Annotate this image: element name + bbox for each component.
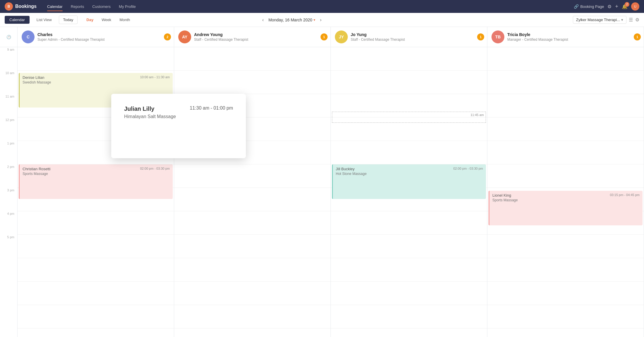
- cal-col-1[interactable]: [174, 47, 331, 337]
- avatar-tricia: TB: [491, 30, 504, 43]
- app-name: Bookings: [15, 4, 37, 9]
- staff-info-jo: Jo Yung Staff - Certified Massage Therap…: [351, 32, 483, 42]
- appt-service-jill: Hot Stone Massage: [336, 172, 483, 176]
- time-9am: 9 am: [0, 47, 17, 71]
- cal-col-3[interactable]: Lionel King Sports Massage 03:15 pm - 04…: [487, 47, 644, 337]
- staff-name-andrew: Andrew Young: [194, 32, 326, 37]
- time-4pm: 4 pm: [0, 211, 17, 235]
- app-logo[interactable]: B Bookings: [5, 2, 37, 11]
- appt-time-lionel: 03:15 pm - 04:45 pm: [610, 193, 640, 197]
- user-avatar[interactable]: U: [631, 2, 639, 11]
- dotted-box-time: 11:45 am: [470, 113, 484, 117]
- calendar-columns: Denise Lilian Swedish Massage 10:00 am -…: [18, 47, 644, 337]
- appt-service-denise: Swedish Massage: [23, 80, 170, 84]
- staff-col-andrew: AY Andrew Young Staff - Certified Massag…: [174, 27, 331, 47]
- tab-calendar[interactable]: Calendar: [5, 16, 30, 24]
- settings-icon-secondary[interactable]: ⚙: [635, 17, 639, 23]
- time-12pm: 12 pm: [0, 118, 17, 141]
- cal-col-0[interactable]: Denise Lilian Swedish Massage 10:00 am -…: [18, 47, 174, 337]
- view-toggle-icon[interactable]: ☰: [629, 17, 633, 23]
- current-date[interactable]: Monday, 16 March 2020 ▾: [268, 18, 315, 22]
- appt-service-lionel: Sports Massage: [492, 198, 640, 202]
- cal-col-2[interactable]: 11:45 am Jill Buckley Hot Stone Massage …: [331, 47, 487, 337]
- booking-page-btn[interactable]: 🔗 Booking Page: [574, 4, 604, 9]
- location-selector[interactable]: Zylker Massage Therapi... ▾: [573, 16, 626, 24]
- popup-service: Himalayan Salt Massage: [124, 114, 233, 119]
- staff-badge-tricia: 1: [634, 33, 641, 40]
- notification-bell[interactable]: 🔔 2: [622, 4, 628, 9]
- avatar-andrew: AY: [178, 30, 191, 43]
- nav-customers[interactable]: Customers: [89, 3, 114, 11]
- popup-time: 11:30 am - 01:00 pm: [190, 105, 233, 111]
- avatar-charles: C: [22, 30, 35, 43]
- period-week[interactable]: Week: [97, 16, 115, 24]
- avatar-jo: JY: [335, 30, 348, 43]
- staff-info-tricia: Tricia Boyle Manager - Certified Massage…: [507, 32, 640, 42]
- date-navigation: ‹ Monday, 16 March 2020 ▾ ›: [260, 16, 324, 24]
- staff-badge-andrew: 1: [321, 33, 328, 40]
- time-3pm: 3 pm: [0, 188, 17, 211]
- staff-header: 🕐 C Charles Super Admin - Certified Mass…: [0, 27, 644, 47]
- nav-reports[interactable]: Reports: [67, 3, 88, 11]
- staff-name-tricia: Tricia Boyle: [507, 32, 640, 37]
- period-selector: Day Week Month: [82, 16, 134, 24]
- calendar-body: 9 am 10 am 11 am 12 pm 1 pm 2 pm 3 pm 4 …: [0, 47, 644, 337]
- secondary-nav-right: Zylker Massage Therapi... ▾ ☰ ⚙: [573, 16, 639, 24]
- staff-col-jo: JY Jo Yung Staff - Certified Massage The…: [331, 27, 487, 47]
- period-month[interactable]: Month: [115, 16, 134, 24]
- booking-page-label: Booking Page: [580, 4, 604, 9]
- appt-lionel[interactable]: Lionel King Sports Massage 03:15 pm - 04…: [489, 191, 643, 225]
- dotted-box: 11:45 am: [332, 112, 486, 123]
- prev-date-button[interactable]: ‹: [260, 16, 266, 24]
- time-gutter: 9 am 10 am 11 am 12 pm 1 pm 2 pm 3 pm 4 …: [0, 47, 18, 337]
- logo-icon: B: [5, 2, 13, 11]
- staff-col-charles: C Charles Super Admin - Certified Massag…: [18, 27, 174, 47]
- appt-service-christian: Sports Massage: [23, 172, 170, 176]
- settings-icon[interactable]: ⚙: [607, 4, 612, 9]
- time-10am: 10 am: [0, 71, 17, 94]
- time-5pm: 5 pm: [0, 235, 17, 258]
- appointment-popup[interactable]: Julian Lilly Himalayan Salt Massage 11:3…: [111, 94, 246, 158]
- nav-calendar[interactable]: Calendar: [44, 3, 66, 11]
- time-1pm: 1 pm: [0, 141, 17, 164]
- appt-time-denise: 10:00 am - 11:30 am: [140, 75, 170, 79]
- nav-links: Calendar Reports Customers My Profile: [44, 3, 567, 11]
- staff-role-andrew: Staff - Certified Massage Therapist: [194, 38, 326, 42]
- nav-profile[interactable]: My Profile: [115, 3, 139, 11]
- date-dropdown-icon: ▾: [314, 18, 315, 22]
- period-day[interactable]: Day: [82, 16, 97, 24]
- staff-badge-charles: 2: [164, 33, 171, 40]
- staff-col-tricia: TB Tricia Boyle Manager - Certified Mass…: [487, 27, 644, 47]
- time-gutter-header: 🕐: [0, 27, 18, 47]
- time-2pm: 2 pm: [0, 164, 17, 188]
- staff-role-tricia: Manager - Certified Massage Therapist: [507, 38, 640, 42]
- secondary-nav: Calendar List View Today Day Week Month …: [0, 13, 644, 27]
- today-button[interactable]: Today: [59, 16, 78, 24]
- notification-badge: 2: [625, 2, 629, 7]
- top-nav: B Bookings Calendar Reports Customers My…: [0, 0, 644, 13]
- appt-jill[interactable]: Jill Buckley Hot Stone Massage 02:00 pm …: [332, 164, 486, 199]
- staff-role-charles: Super Admin - Certified Massage Therapis…: [37, 38, 170, 42]
- appt-time-jill: 02:00 pm - 03:30 pm: [453, 167, 483, 170]
- top-nav-right: 🔗 Booking Page ⚙ + 🔔 2 U: [574, 2, 639, 11]
- staff-badge-jo: 1: [477, 33, 484, 40]
- staff-info-andrew: Andrew Young Staff - Certified Massage T…: [194, 32, 326, 42]
- time-11am: 11 am: [0, 94, 17, 118]
- staff-name-charles: Charles: [37, 32, 170, 37]
- tab-list-view[interactable]: List View: [32, 16, 56, 24]
- appt-christian[interactable]: Christian Rosetti Sports Massage 02:00 p…: [19, 164, 173, 199]
- staff-columns: C Charles Super Admin - Certified Massag…: [18, 27, 644, 47]
- staff-role-jo: Staff - Certified Massage Therapist: [351, 38, 483, 42]
- add-icon[interactable]: +: [615, 4, 618, 10]
- appt-time-christian: 02:00 pm - 03:30 pm: [140, 167, 170, 170]
- staff-name-jo: Jo Yung: [351, 32, 483, 37]
- staff-info-charles: Charles Super Admin - Certified Massage …: [37, 32, 170, 42]
- next-date-button[interactable]: ›: [318, 16, 324, 24]
